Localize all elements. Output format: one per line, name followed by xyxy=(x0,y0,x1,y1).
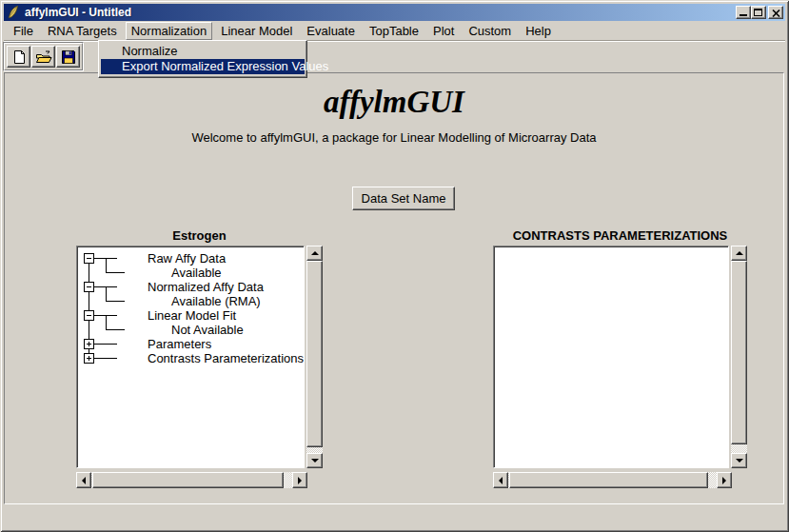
arrow-down-icon xyxy=(736,459,743,463)
new-file-button[interactable] xyxy=(7,46,30,68)
scroll-down-button[interactable] xyxy=(731,453,747,468)
close-icon xyxy=(772,10,780,17)
app-window: affylmGUI - Untitled File RNA Targets No… xyxy=(0,0,789,532)
menubar: File RNA Targets Normalization Linear Mo… xyxy=(4,22,785,40)
scroll-right-button[interactable] xyxy=(717,472,732,488)
new-file-icon xyxy=(11,49,27,65)
arrow-right-icon xyxy=(722,477,726,484)
menu-item-normalize[interactable]: Normalize xyxy=(101,44,305,59)
toolbar xyxy=(3,42,84,71)
status-strip xyxy=(4,505,785,528)
right-vertical-scrollbar[interactable] xyxy=(731,246,747,468)
scrollbar-thumb[interactable] xyxy=(731,261,747,444)
open-file-button[interactable] xyxy=(31,46,55,68)
arrow-up-icon xyxy=(736,251,743,255)
menu-toptable[interactable]: TopTable xyxy=(364,22,424,40)
tree-toggle-plus-icon[interactable] xyxy=(84,353,94,364)
tree-child-label[interactable]: Available (RMA) xyxy=(171,294,261,308)
arrow-left-icon xyxy=(82,477,86,484)
arrow-up-icon xyxy=(311,251,319,255)
maximize-icon xyxy=(754,9,762,16)
tree-toggle-plus-icon[interactable] xyxy=(84,339,94,349)
minimize-icon xyxy=(740,14,747,16)
arrow-down-icon xyxy=(311,459,319,463)
scroll-left-button[interactable] xyxy=(76,472,91,488)
scroll-up-button[interactable] xyxy=(306,246,323,261)
main-content-frame: affylmGUI Welcome to affylmGUI, a packag… xyxy=(4,72,784,504)
tree-item-label[interactable]: Raw Affy Data xyxy=(148,251,226,266)
tree-connector xyxy=(106,301,125,302)
save-icon xyxy=(61,49,76,65)
close-button[interactable] xyxy=(768,6,783,19)
contrasts-listbox[interactable] xyxy=(493,246,729,468)
tree-connector xyxy=(106,315,107,329)
left-vertical-scrollbar[interactable] xyxy=(306,246,323,468)
minimize-button[interactable] xyxy=(736,6,751,19)
menu-custom[interactable]: Custom xyxy=(463,22,517,40)
menu-file[interactable]: File xyxy=(8,22,39,40)
menu-help[interactable]: Help xyxy=(520,22,557,40)
tree-toggle-minus-icon[interactable] xyxy=(84,282,94,292)
save-file-button[interactable] xyxy=(56,46,80,68)
scroll-right-button[interactable] xyxy=(292,472,307,488)
app-subtitle: Welcome to affylmGUI, a package for Line… xyxy=(5,130,783,145)
menu-linear-model[interactable]: Linear Model xyxy=(215,22,298,40)
menu-rna-targets[interactable]: RNA Targets xyxy=(42,22,123,40)
tree-connector xyxy=(94,358,117,359)
scroll-up-button[interactable] xyxy=(731,246,747,261)
window-title: affylmGUI - Untitled xyxy=(25,6,131,19)
tree-item-label[interactable]: Parameters xyxy=(148,337,211,351)
tree-toggle-minus-icon[interactable] xyxy=(84,310,94,321)
menu-plot[interactable]: Plot xyxy=(427,22,460,40)
app-title: affylmGUI xyxy=(5,85,783,120)
scrollbar-thumb[interactable] xyxy=(306,261,323,447)
tree-item-label[interactable]: Linear Model Fit xyxy=(148,308,236,323)
tree-child-label[interactable]: Available xyxy=(171,266,222,280)
tree-connector xyxy=(106,329,125,330)
scroll-down-button[interactable] xyxy=(306,453,323,468)
titlebar[interactable]: affylmGUI - Untitled xyxy=(4,4,785,21)
tree-connector xyxy=(94,344,117,345)
arrow-right-icon xyxy=(298,477,302,484)
tree-item-label[interactable]: Contrasts Parameterizations xyxy=(148,351,304,365)
scroll-left-button[interactable] xyxy=(493,472,508,488)
tree-toggle-minus-icon[interactable] xyxy=(84,253,94,264)
left-panel-heading: Estrogen xyxy=(76,228,323,243)
scrollbar-thumb[interactable] xyxy=(92,472,284,488)
normalization-dropdown-menu: Normalize Export Normalized Expression V… xyxy=(98,40,307,78)
feather-icon xyxy=(6,5,21,20)
tree-item-label[interactable]: Normalized Affy Data xyxy=(148,280,264,294)
tree-connector xyxy=(106,272,125,273)
maximize-button[interactable] xyxy=(751,6,766,19)
tree-child-label[interactable]: Not Available xyxy=(171,323,244,337)
tree-connector xyxy=(106,258,107,272)
right-panel-heading: CONTRASTS PARAMETERIZATIONS xyxy=(493,228,747,243)
left-horizontal-scrollbar[interactable] xyxy=(76,472,307,488)
menu-item-export-normalized[interactable]: Export Normalized Expression Values xyxy=(101,59,305,74)
right-horizontal-scrollbar[interactable] xyxy=(493,472,732,488)
open-folder-icon xyxy=(35,49,52,65)
estrogen-tree-listbox[interactable]: Raw Affy Data Available Normalized Affy … xyxy=(76,246,305,468)
menu-normalization[interactable]: Normalization xyxy=(126,22,212,40)
menu-evaluate[interactable]: Evaluate xyxy=(301,22,361,40)
tree-connector xyxy=(106,286,107,301)
data-set-name-button[interactable]: Data Set Name xyxy=(352,187,455,210)
scrollbar-thumb[interactable] xyxy=(509,472,708,488)
arrow-left-icon xyxy=(499,477,503,484)
